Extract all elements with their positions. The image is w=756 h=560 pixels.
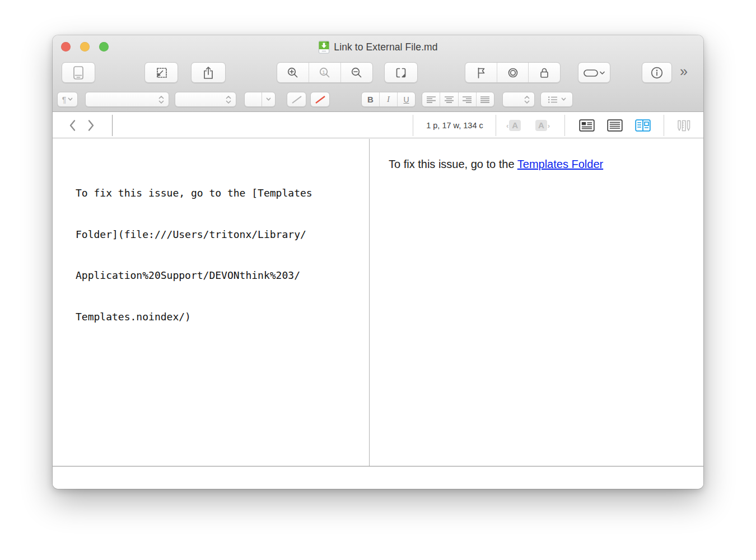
paragraph-style-dropdown[interactable]: ¶ (57, 92, 78, 107)
chevron-right-icon (85, 119, 96, 132)
info-icon (650, 66, 664, 80)
view-mode-card-button[interactable] (578, 119, 595, 132)
navbar-divider (112, 115, 113, 136)
spacing-dropdown[interactable] (502, 92, 535, 107)
fullscreen-button[interactable] (384, 62, 418, 83)
window-title: Link to External File.md (334, 41, 437, 53)
strikethrough-red-button[interactable] (310, 92, 330, 107)
italic-button[interactable]: I (379, 92, 397, 106)
app-window: Link to External File.md (53, 35, 703, 489)
label-oval-icon (583, 68, 605, 78)
source-line: Application%20Support/DEVONthink%203/ (76, 269, 361, 283)
list-style-dropdown[interactable] (540, 92, 573, 107)
clip-to-selection-icon (155, 66, 168, 80)
markdown-source-pane[interactable]: To fix this issue, go to the [Templates … (76, 159, 361, 351)
markdown-file-icon (318, 40, 330, 54)
align-right-button[interactable] (458, 92, 476, 106)
window-chrome: Link to External File.md (53, 35, 703, 112)
back-button[interactable] (67, 119, 78, 132)
actual-size-button[interactable]: 1 (309, 63, 340, 82)
font-size-combo[interactable] (244, 92, 276, 107)
mark-button-group (465, 62, 561, 83)
sidebar-toggle-button[interactable] (62, 62, 95, 83)
annotation-tools-icon (676, 119, 692, 133)
align-left-icon (426, 96, 436, 104)
circle-status-button[interactable] (497, 63, 529, 82)
align-justify-icon (480, 96, 490, 104)
card-view-icon (579, 119, 595, 132)
circle-icon (506, 66, 520, 80)
share-button[interactable] (191, 62, 226, 83)
forward-button[interactable] (85, 119, 96, 132)
decrease-text-size-button[interactable]: ‹ A (506, 119, 521, 132)
bold-italic-underline-group: B I U (361, 92, 416, 107)
chevron-right-icon: › (548, 122, 550, 130)
word-count-status: 1 p, 17 w, 134 c (416, 113, 494, 138)
pilcrow-icon: ¶ (62, 95, 67, 104)
align-center-icon (444, 96, 454, 104)
navbar-divider (413, 115, 413, 136)
markdown-preview-pane: To fix this issue, go to the Templates F… (389, 158, 691, 171)
fullscreen-icon (394, 66, 408, 80)
source-line: To fix this issue, go to the [Templates (76, 186, 361, 200)
zoom-button-group: 1 (277, 62, 373, 83)
align-justify-button[interactable] (476, 92, 494, 106)
document-split-view: To fix this issue, go to the [Templates … (53, 139, 703, 466)
source-line: Templates.noindex/) (76, 310, 361, 324)
align-right-icon (462, 96, 472, 104)
view-mode-split-button[interactable] (634, 119, 651, 132)
flag-button[interactable] (465, 63, 497, 82)
share-icon (202, 66, 215, 80)
bold-button[interactable]: B (362, 92, 379, 106)
source-line: Folder](file:///Users/tritonx/Library/ (76, 228, 361, 242)
pane-divider[interactable] (369, 139, 370, 466)
zoom-out-icon (350, 66, 363, 80)
chevron-left-icon: ‹ (506, 122, 508, 130)
flag-icon (475, 66, 487, 80)
info-button[interactable] (642, 62, 672, 83)
titlebar: Link to External File.md (53, 40, 703, 54)
diagonal-gray-icon (291, 95, 303, 105)
align-left-button[interactable] (422, 92, 440, 106)
text-view-icon (607, 119, 623, 132)
sidebar-icon (72, 66, 85, 80)
font-style-dropdown[interactable] (175, 92, 236, 107)
strikethrough-none-button[interactable] (287, 92, 306, 107)
navbar-divider (564, 115, 565, 136)
view-mode-text-button[interactable] (606, 119, 623, 132)
diagonal-red-icon (314, 95, 326, 105)
annotation-tools-button[interactable] (674, 119, 693, 132)
align-center-button[interactable] (440, 92, 458, 106)
font-family-dropdown[interactable] (85, 92, 169, 107)
clip-button[interactable] (144, 62, 178, 83)
templates-folder-link[interactable]: Templates Folder (517, 158, 603, 170)
label-dropdown-button[interactable] (578, 62, 610, 83)
zoom-in-icon (286, 66, 300, 80)
status-bar (53, 467, 703, 489)
svg-text:1: 1 (322, 68, 325, 74)
actual-size-icon: 1 (318, 66, 332, 80)
underline-button[interactable]: U (397, 92, 415, 106)
navbar-divider (664, 115, 664, 136)
navbar-divider (496, 115, 496, 136)
zoom-out-button[interactable] (340, 63, 372, 82)
preview-text: To fix this issue, go to the (389, 158, 517, 170)
increase-text-size-button[interactable]: A › (535, 119, 550, 132)
zoom-in-button[interactable] (277, 63, 309, 82)
alignment-group (422, 92, 494, 107)
bullet-list-icon (548, 96, 558, 104)
lock-icon (538, 66, 551, 80)
side-by-side-view-icon (635, 119, 651, 132)
navigation-bar: 1 p, 17 w, 134 c ‹ A A › (53, 113, 703, 138)
chevron-left-icon (67, 119, 78, 132)
toolbar-overflow-button[interactable]: » (680, 63, 686, 80)
lock-button[interactable] (528, 63, 560, 82)
